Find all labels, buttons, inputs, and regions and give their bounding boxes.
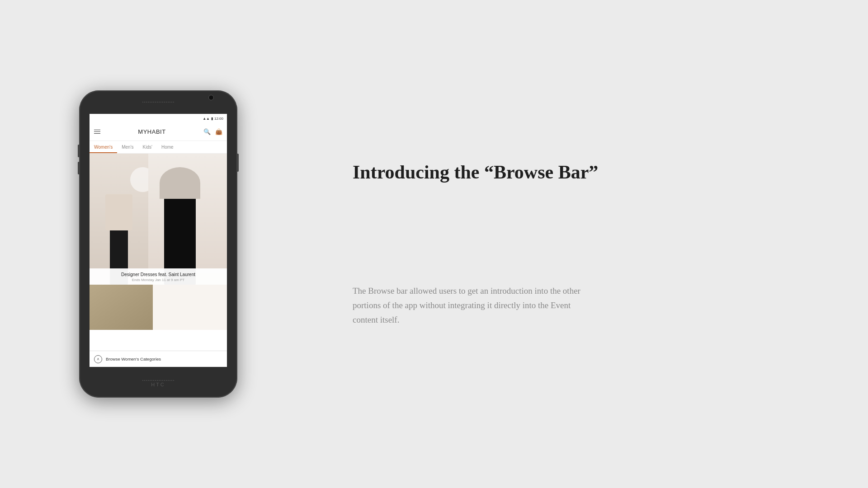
- screen-content: Designer Dresses feat. Saint Laurent End…: [90, 154, 227, 367]
- app-header: MYHABIT 🔍 👜: [90, 123, 227, 141]
- nav-tabs: Women's Men's Kids' Home: [90, 141, 227, 154]
- search-icon[interactable]: 🔍: [203, 128, 211, 136]
- logo-my: MY: [138, 128, 147, 135]
- phone-screen: ▲▲ ▮ 12:00 MYHABIT 🔍 👜: [90, 114, 227, 367]
- browse-bar-label: Browse Women's Categories: [106, 357, 161, 361]
- page-description: The Browse bar allowed users to get an i…: [353, 284, 588, 328]
- second-card-image-left: [90, 285, 153, 330]
- phone-bottom-bar: htc: [79, 367, 237, 398]
- second-card-inner: [90, 285, 227, 330]
- product-card-1[interactable]: Designer Dresses feat. Saint Laurent End…: [90, 154, 227, 285]
- model-figure-right: [157, 167, 216, 285]
- tab-kids[interactable]: Kids': [138, 141, 157, 153]
- power-button: [237, 154, 239, 172]
- browse-chevron-up-icon: [94, 355, 102, 363]
- product-card-2[interactable]: [90, 285, 227, 330]
- phone-device: ▲▲ ▮ 12:00 MYHABIT 🔍 👜: [79, 90, 237, 398]
- tab-home[interactable]: Home: [157, 141, 178, 153]
- status-bar: ▲▲ ▮ 12:00: [90, 114, 227, 123]
- card-subtitle: Ends Monday Jan 11 at 9 am PT: [90, 278, 227, 282]
- text-section: Introducing the “Browse Bar” The Browse …: [316, 133, 868, 354]
- card-title: Designer Dresses feat. Saint Laurent: [90, 272, 227, 277]
- wifi-icon: ▲▲: [203, 117, 210, 121]
- volume-down-button: [78, 162, 79, 174]
- logo-habit: HABIT: [147, 128, 166, 135]
- model-right: [148, 154, 227, 285]
- front-camera: [208, 95, 214, 100]
- page-heading: Introducing the “Browse Bar”: [353, 160, 823, 184]
- header-icons: 🔍 👜: [203, 128, 222, 136]
- status-icons: ▲▲ ▮ 12:00: [203, 117, 223, 121]
- second-card-image-right: [153, 285, 227, 330]
- phone-section: ▲▲ ▮ 12:00 MYHABIT 🔍 👜: [0, 0, 316, 488]
- speaker-grill-top: [142, 102, 174, 103]
- card-info: Designer Dresses feat. Saint Laurent End…: [90, 268, 227, 285]
- app-logo: MYHABIT: [138, 128, 165, 135]
- speaker-grill-bottom: [142, 380, 174, 381]
- bag-icon[interactable]: 👜: [215, 128, 222, 136]
- product-card-bg: [90, 154, 227, 285]
- hamburger-icon[interactable]: [94, 130, 100, 134]
- volume-up-button: [78, 145, 79, 157]
- signal-icon: ▮: [211, 117, 213, 121]
- browse-bar[interactable]: Browse Women's Categories: [90, 351, 227, 367]
- phone-top-bar: [79, 90, 237, 114]
- tab-mens[interactable]: Men's: [117, 141, 138, 153]
- time-display: 12:00: [214, 117, 223, 121]
- tab-womens[interactable]: Women's: [90, 141, 117, 153]
- htc-brand-logo: htc: [151, 382, 165, 387]
